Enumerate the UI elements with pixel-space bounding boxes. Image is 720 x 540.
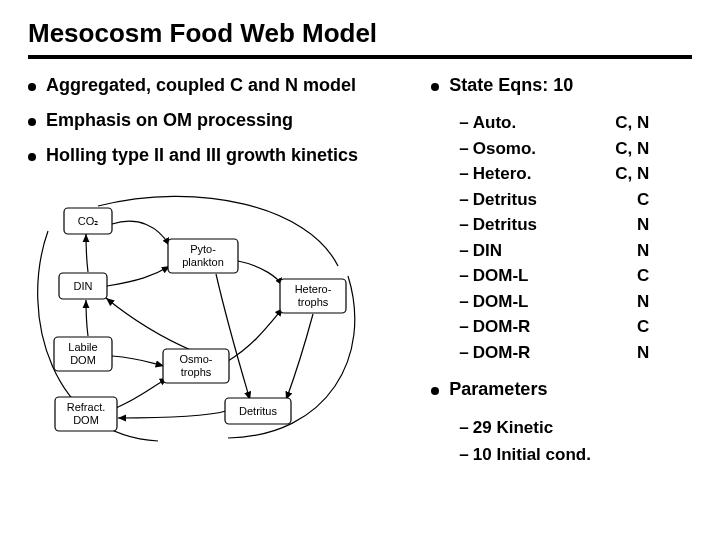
node-refract: Refract. DOM xyxy=(55,397,117,431)
svg-text:DIN: DIN xyxy=(74,280,93,292)
node-osmo: Osmo- trophs xyxy=(163,349,229,383)
eqn-row: –DINN xyxy=(459,238,649,264)
node-din: DIN xyxy=(59,273,107,299)
eqn-row: –Auto.C, N xyxy=(459,110,649,136)
svg-text:DOM: DOM xyxy=(70,354,96,366)
bullet-text: Aggregated, coupled C and N model xyxy=(46,75,356,96)
node-labile: Labile DOM xyxy=(54,337,112,371)
eqn-row: –DetritusC xyxy=(459,187,649,213)
parameters-list: –29 Kinetic –10 Initial cond. xyxy=(459,414,692,468)
svg-text:trophs: trophs xyxy=(298,296,329,308)
bullet-text: Emphasis on OM processing xyxy=(46,110,293,131)
bullet-text: Holling type II and III growth kinetics xyxy=(46,145,358,166)
node-detritus: Detritus xyxy=(225,398,291,424)
bullet-item: Emphasis on OM processing xyxy=(28,110,411,131)
param-line: –10 Initial cond. xyxy=(459,441,692,468)
eqn-row: –DOM-LC xyxy=(459,263,649,289)
node-pyto: Pyto- plankton xyxy=(168,239,238,273)
foodweb-diagram: CO₂ Pyto- plankton DIN Hetero- trophs xyxy=(28,186,368,446)
state-eqns-list: –Auto.C, N –Osomo.C, N –Hetero.C, N –Det… xyxy=(459,110,692,365)
eqn-row: –DOM-RC xyxy=(459,314,649,340)
svg-text:Detritus: Detritus xyxy=(239,405,277,417)
node-hetero: Hetero- trophs xyxy=(280,279,346,313)
svg-text:Hetero-: Hetero- xyxy=(295,283,332,295)
heading-text: Parameters xyxy=(449,379,547,400)
eqn-row: –DOM-RN xyxy=(459,340,649,366)
eqn-row: –DOM-LN xyxy=(459,289,649,315)
slide-title: Mesocosm Food Web Model xyxy=(28,18,692,59)
state-eqns-heading: State Eqns: 10 xyxy=(431,75,692,96)
svg-text:trophs: trophs xyxy=(181,366,212,378)
eqn-row: –Hetero.C, N xyxy=(459,161,649,187)
bullet-dot-icon xyxy=(28,118,36,126)
eqn-row: –DetritusN xyxy=(459,212,649,238)
eqn-row: –Osomo.C, N xyxy=(459,136,649,162)
param-line: –29 Kinetic xyxy=(459,414,692,441)
svg-text:Pyto-: Pyto- xyxy=(190,243,216,255)
heading-text: State Eqns: 10 xyxy=(449,75,573,96)
right-column: State Eqns: 10 –Auto.C, N –Osomo.C, N –H… xyxy=(431,75,692,468)
bullet-dot-icon xyxy=(431,83,439,91)
bullet-item: Holling type II and III growth kinetics xyxy=(28,145,411,166)
svg-text:plankton: plankton xyxy=(182,256,224,268)
bullet-dot-icon xyxy=(28,153,36,161)
svg-text:Osmo-: Osmo- xyxy=(180,353,213,365)
bullet-dot-icon xyxy=(28,83,36,91)
node-co2: CO₂ xyxy=(64,208,112,234)
bullet-item: Aggregated, coupled C and N model xyxy=(28,75,411,96)
svg-text:DOM: DOM xyxy=(73,414,99,426)
svg-text:CO₂: CO₂ xyxy=(78,215,99,227)
parameters-heading: Parameters xyxy=(431,379,692,400)
left-column: Aggregated, coupled C and N model Emphas… xyxy=(28,75,411,468)
svg-text:Labile: Labile xyxy=(68,341,97,353)
bullet-dot-icon xyxy=(431,387,439,395)
svg-text:Refract.: Refract. xyxy=(67,401,106,413)
